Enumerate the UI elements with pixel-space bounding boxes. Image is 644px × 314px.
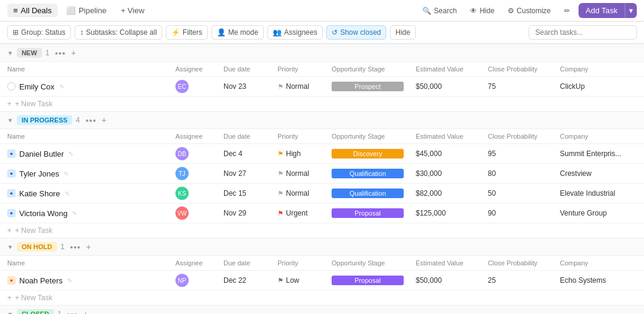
task-name[interactable]: Tyler Jones bbox=[19, 169, 59, 178]
edit-task-icon[interactable]: ✎ bbox=[59, 83, 64, 90]
tab-add-view[interactable]: + View bbox=[115, 4, 150, 17]
col-headers-new: Name Assignee Due date Priority Opportun… bbox=[0, 62, 644, 77]
toggle-onhold[interactable]: ▼ bbox=[7, 244, 13, 250]
task-name[interactable]: Katie Shore bbox=[19, 189, 60, 198]
stage-cell: Proposal bbox=[332, 276, 416, 285]
add-to-group-inprogress[interactable]: + bbox=[102, 115, 106, 125]
group-header-new[interactable]: ▼ NEW 1 + bbox=[0, 44, 644, 62]
edit-task-icon[interactable]: ✎ bbox=[67, 277, 72, 284]
search-button[interactable]: 🔍 Search bbox=[418, 4, 461, 17]
filters-button[interactable]: ⚡ Filters bbox=[166, 25, 208, 40]
task-name-cell: ● Victoria Wong ✎ bbox=[7, 209, 175, 218]
stage-badge: Qualification bbox=[332, 189, 404, 198]
company-cell: Elevate Industrial bbox=[560, 189, 644, 198]
task-name-cell: Emily Cox ✎ bbox=[7, 82, 175, 91]
stage-cell: Discovery bbox=[332, 149, 416, 159]
edit-task-icon[interactable]: ✎ bbox=[65, 190, 70, 197]
stage-cell: Proposal bbox=[332, 208, 416, 218]
close-probability-cell: 25 bbox=[488, 276, 560, 285]
table-row: ● Daniel Butler ✎ DB Dec 4 ⚑ High Discov… bbox=[0, 144, 644, 164]
hide-button[interactable]: 👁 Hide bbox=[465, 4, 499, 17]
task-icon[interactable]: ● bbox=[7, 149, 16, 158]
task-icon[interactable]: ● bbox=[7, 189, 16, 198]
new-task-row-onhold[interactable]: + + New Task bbox=[0, 291, 644, 305]
group-menu-closed[interactable] bbox=[65, 310, 79, 315]
count-onhold: 1 bbox=[61, 243, 65, 251]
badge-inprogress: IN PROGRESS bbox=[17, 115, 72, 125]
tab-pipeline[interactable]: ⬜ Pipeline bbox=[60, 4, 112, 17]
plus-icon: + bbox=[7, 100, 11, 108]
edit-task-icon[interactable]: ✎ bbox=[68, 151, 73, 157]
priority-cell: ⚑ Low bbox=[278, 276, 332, 285]
task-name-cell: ● Katie Shore ✎ bbox=[7, 189, 175, 198]
new-task-row-inprogress[interactable]: + + New Task bbox=[0, 223, 644, 238]
edit-task-icon[interactable]: ✎ bbox=[72, 210, 77, 217]
table-container: ▼ NEW 1 + Name Assignee Due date Priorit… bbox=[0, 44, 644, 314]
subtasks-button[interactable]: ↕ Subtasks: Collapse all bbox=[74, 25, 162, 40]
due-date-cell: Dec 22 bbox=[223, 276, 278, 285]
add-task-dropdown[interactable]: ▾ bbox=[625, 3, 637, 18]
flag-icon: ⚑ bbox=[278, 210, 284, 217]
estimated-value-cell: $50,000 bbox=[416, 82, 488, 91]
group-header-onhold[interactable]: ▼ ON HOLD 1 + bbox=[0, 238, 644, 256]
priority-cell: ⚑ Normal bbox=[278, 169, 332, 178]
group-status-button[interactable]: ⊞ Group: Status bbox=[7, 25, 71, 40]
task-name[interactable]: Noah Peters bbox=[19, 276, 62, 285]
subtasks-icon: ↕ bbox=[80, 28, 84, 37]
edit-task-icon[interactable]: ✎ bbox=[64, 171, 68, 177]
search-right bbox=[529, 25, 637, 40]
due-date-cell: Nov 27 bbox=[223, 169, 278, 178]
avatar: KS bbox=[175, 187, 189, 200]
add-task-button[interactable]: Add Task bbox=[579, 3, 625, 18]
task-icon[interactable]: ● bbox=[7, 209, 16, 217]
search-input[interactable] bbox=[529, 25, 637, 40]
hide-icon: 👁 bbox=[470, 7, 477, 15]
task-checkbox[interactable] bbox=[7, 82, 16, 91]
company-cell: ClickUp bbox=[560, 82, 644, 91]
company-cell: Summit Enterpris... bbox=[560, 149, 644, 158]
count-closed: 1 bbox=[58, 310, 62, 314]
assignees-button[interactable]: 👥 Assignees bbox=[267, 25, 323, 40]
flag-icon: ⚑ bbox=[278, 190, 284, 198]
toggle-inprogress[interactable]: ▼ bbox=[7, 117, 13, 124]
badge-new: NEW bbox=[17, 48, 42, 58]
group-header-closed[interactable]: ▼ CLOSED 1 + bbox=[0, 305, 644, 314]
edit-button[interactable]: ✏ bbox=[559, 4, 575, 17]
hide-cols-button[interactable]: Hide bbox=[390, 25, 416, 40]
close-probability-cell: 90 bbox=[488, 209, 560, 217]
toggle-new[interactable]: ▼ bbox=[7, 50, 13, 56]
group-menu-onhold[interactable] bbox=[68, 243, 82, 252]
show-closed-button[interactable]: ↺ Show closed bbox=[326, 25, 386, 40]
table-row: ● Noah Peters ✎ NP Dec 22 ⚑ Low Proposal… bbox=[0, 271, 644, 291]
close-probability-cell: 95 bbox=[488, 149, 560, 158]
task-name[interactable]: Emily Cox bbox=[19, 82, 55, 91]
toggle-closed[interactable]: ▼ bbox=[7, 311, 13, 315]
add-to-group-onhold[interactable]: + bbox=[86, 242, 91, 252]
task-icon[interactable]: ● bbox=[7, 276, 16, 285]
task-name[interactable]: Victoria Wong bbox=[19, 209, 67, 218]
tab-all-deals[interactable]: ≡ All Deals bbox=[7, 4, 58, 17]
customize-button[interactable]: ⚙ Customize bbox=[503, 4, 556, 17]
group-menu-new[interactable] bbox=[53, 49, 67, 58]
company-cell: Venture Group bbox=[560, 209, 644, 217]
add-to-group-new[interactable]: + bbox=[71, 48, 76, 58]
group-header-inprogress[interactable]: ▼ IN PROGRESS 4 + bbox=[0, 111, 644, 129]
flag-icon: ⚑ bbox=[278, 83, 284, 91]
estimated-value-cell: $125,000 bbox=[416, 209, 488, 217]
close-probability-cell: 80 bbox=[488, 169, 560, 178]
nav-right: 🔍 Search 👁 Hide ⚙ Customize ✏ Add Task ▾ bbox=[418, 3, 637, 18]
col-headers-inprogress: Name Assignee Due date Priority Opportun… bbox=[0, 129, 644, 144]
task-name[interactable]: Daniel Butler bbox=[19, 149, 64, 159]
assignee-cell: EC bbox=[175, 80, 223, 93]
assignee-cell: NP bbox=[175, 274, 223, 287]
task-icon[interactable]: ● bbox=[7, 169, 16, 178]
stage-badge: Qualification bbox=[332, 169, 404, 178]
new-task-row-new[interactable]: + + New Task bbox=[0, 97, 644, 111]
due-date-cell: Nov 23 bbox=[223, 82, 278, 91]
group-menu-inprogress[interactable] bbox=[84, 116, 98, 125]
edit-icon: ✏ bbox=[564, 7, 570, 15]
deals-icon: ≡ bbox=[13, 6, 18, 15]
add-to-group-closed[interactable]: + bbox=[83, 309, 88, 314]
toolbar: ⊞ Group: Status ↕ Subtasks: Collapse all… bbox=[0, 22, 644, 44]
memode-button[interactable]: 👤 Me mode bbox=[211, 25, 264, 40]
